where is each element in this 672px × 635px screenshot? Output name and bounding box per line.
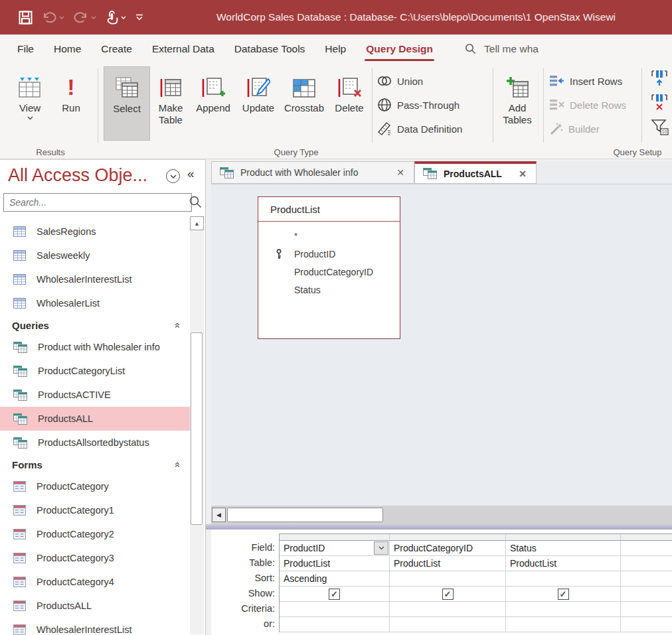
shutter-bar-close-icon[interactable]: « [187,167,195,181]
tab-product-with-wholesaler-info[interactable]: Product with Wholesaler info ✕ [211,161,414,184]
nav-item-form[interactable]: ProductCategory2 [0,522,190,546]
column-selector[interactable] [390,534,506,541]
show-cell[interactable]: ✓ [506,587,621,602]
show-checkbox-checked[interactable]: ✓ [558,589,569,600]
nav-item-form[interactable]: ProductsALL [0,594,190,618]
delete-query-button[interactable]: Delete [329,66,370,141]
show-cell[interactable]: ✓ [280,587,390,602]
or-cell[interactable] [506,617,621,632]
sort-cell[interactable] [390,571,506,587]
view-button[interactable]: View [12,66,48,141]
nav-item-query-selected[interactable]: ProductsALL [0,407,190,431]
tab-productsall[interactable]: ProductsALL ✕ [414,161,537,184]
data-definition-button[interactable]: Data Definition [377,119,462,139]
or-cell[interactable] [280,617,390,632]
tab-help[interactable]: Help [325,35,346,63]
column-selector[interactable] [621,534,672,541]
crosstab-query-button[interactable]: Crosstab [280,66,328,141]
pane-splitter[interactable] [206,524,672,529]
insert-columns-button[interactable] [651,68,668,88]
scroll-left-icon[interactable]: ◀ [212,508,226,522]
nav-item-table[interactable]: Salesweekly [0,244,190,267]
criteria-cell[interactable] [621,602,672,617]
query-design-surface[interactable]: ProductList * ProductID [211,184,672,506]
nav-category-dropdown-icon[interactable] [166,169,180,183]
union-button[interactable]: Union [377,71,423,91]
nav-item-query[interactable]: ProductCategoryList [0,359,190,383]
nav-section-forms[interactable]: Forms « [0,455,190,474]
sort-cell[interactable] [506,571,621,587]
update-query-button[interactable]: Update [237,66,280,141]
field-list-productlist[interactable]: ProductList * ProductID [258,196,400,339]
nav-item-table[interactable]: SalesRegions [0,220,190,244]
customize-qat-icon[interactable] [135,14,143,21]
tab-file[interactable]: File [17,35,34,63]
nav-scrollbar[interactable]: ▲ [190,216,204,634]
criteria-cell[interactable] [506,602,621,617]
criteria-cell[interactable] [280,602,390,617]
add-tables-button[interactable]: AddTables [497,66,538,141]
table-cell[interactable]: ProductList [390,556,506,571]
collapse-section-icon[interactable]: « [172,462,183,467]
nav-scrollbar-thumb[interactable] [191,332,203,525]
nav-item-query[interactable]: ProductsAllsortedbystatus [0,431,190,455]
delete-columns-button[interactable] [651,92,668,112]
return-filter-button[interactable]: 10 [651,117,669,137]
field-list-title[interactable]: ProductList [258,197,400,221]
field-cell[interactable]: ProductCategoryID [390,541,506,556]
nav-item-form[interactable]: ProductCategory [0,474,190,498]
tab-database-tools[interactable]: Database Tools [234,35,305,63]
close-icon[interactable]: ✕ [517,169,528,179]
save-icon[interactable] [19,11,33,25]
sort-cell[interactable] [621,571,672,587]
search-icon[interactable] [189,195,202,208]
nav-item-form[interactable]: ProductCategory4 [0,570,190,594]
nav-item-query[interactable]: Product with Wholesaler info [0,335,190,359]
field-cell[interactable]: ProductID [280,541,390,556]
tab-query-design[interactable]: Query Design [366,35,433,63]
field-asterisk[interactable]: * [294,227,400,245]
hscrollbar-thumb[interactable] [227,508,383,522]
or-cell[interactable] [390,617,506,632]
tab-external-data[interactable]: External Data [152,35,214,63]
field-status[interactable]: Status [294,281,400,299]
tab-create[interactable]: Create [101,35,132,63]
field-cell[interactable]: Status [506,541,621,556]
field-cell[interactable] [621,541,672,556]
nav-item-form[interactable]: ProductCategory3 [0,546,190,570]
column-selector[interactable] [280,534,390,541]
tab-home[interactable]: Home [54,35,81,63]
tell-me-box[interactable]: Tell me wha [465,43,539,55]
insert-rows-button[interactable]: Insert Rows [548,71,622,91]
nav-item-table[interactable]: WholesalerList [0,291,190,315]
run-button[interactable]: ! Run [56,66,86,141]
select-query-button[interactable]: Select [104,66,150,141]
search-input[interactable] [3,193,192,212]
nav-item-form[interactable]: WholesalerInterestList [0,618,190,635]
nav-section-queries[interactable]: Queries « [0,315,190,335]
table-cell[interactable]: ProductList [280,556,390,571]
field-productcategoryid[interactable]: ProductCategoryID [294,263,400,281]
show-cell[interactable]: ✓ [390,587,506,602]
field-productid[interactable]: ProductID [294,245,400,263]
sort-cell[interactable]: Ascending [280,571,390,587]
nav-item-form[interactable]: ProductCategory1 [0,498,190,522]
table-cell[interactable]: ProductList [506,556,621,571]
nav-item-query[interactable]: ProductsACTIVE [0,383,190,407]
append-query-button[interactable]: Append [190,66,236,141]
horizontal-scrollbar[interactable]: ◀ [211,506,672,524]
collapse-section-icon[interactable]: « [172,322,183,328]
pass-through-button[interactable]: Pass-Through [377,95,460,115]
make-table-button[interactable]: MakeTable [151,66,190,141]
or-cell[interactable] [621,617,672,632]
touch-mouse-mode-icon[interactable] [106,11,126,25]
scroll-up-icon[interactable]: ▲ [190,216,204,230]
table-cell[interactable] [621,556,672,571]
close-icon[interactable]: ✕ [395,167,406,178]
column-selector[interactable] [506,534,621,541]
field-dropdown-button[interactable] [374,541,388,555]
show-cell[interactable] [621,587,672,602]
show-checkbox-checked[interactable]: ✓ [442,589,454,600]
criteria-cell[interactable] [390,602,506,617]
show-checkbox-checked[interactable]: ✓ [329,589,340,600]
